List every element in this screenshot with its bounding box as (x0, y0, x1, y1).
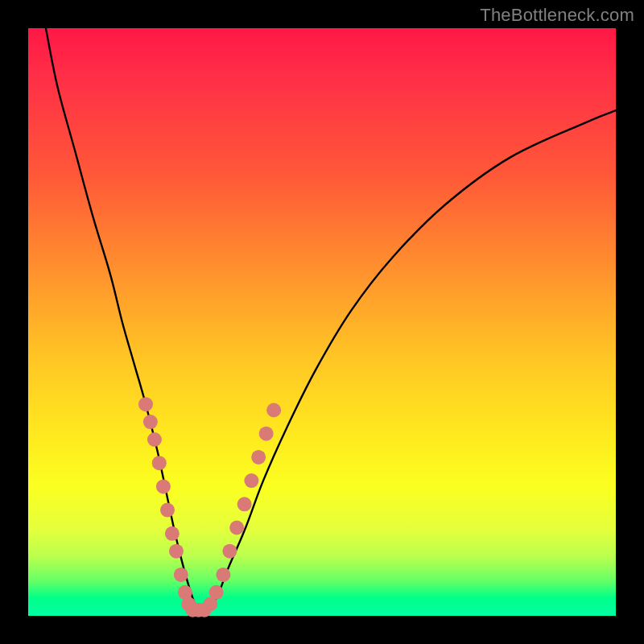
highlight-dot (147, 432, 162, 447)
highlight-dot (174, 568, 188, 582)
highlight-dot (244, 473, 258, 488)
plot-area (28, 28, 616, 616)
watermark-text: TheBottleneck.com (480, 5, 634, 26)
highlight-dot (165, 526, 180, 541)
highlight-dot (152, 456, 167, 470)
chart-frame: TheBottleneck.com (0, 0, 644, 644)
highlight-dot (237, 497, 252, 511)
bottleneck-curve (46, 28, 616, 612)
highlight-dot (222, 544, 237, 559)
highlight-dots (138, 397, 281, 617)
highlight-dot (266, 403, 281, 418)
highlight-dot (251, 450, 266, 464)
highlight-dot (209, 585, 224, 600)
highlight-dot (143, 415, 158, 429)
highlight-dot (156, 479, 171, 493)
chart-svg (28, 28, 616, 616)
highlight-dot (160, 503, 175, 518)
highlight-dot (138, 397, 153, 411)
highlight-dot (259, 427, 274, 441)
highlight-dot (169, 544, 184, 559)
highlight-dot (216, 568, 230, 582)
highlight-dot (229, 521, 244, 535)
